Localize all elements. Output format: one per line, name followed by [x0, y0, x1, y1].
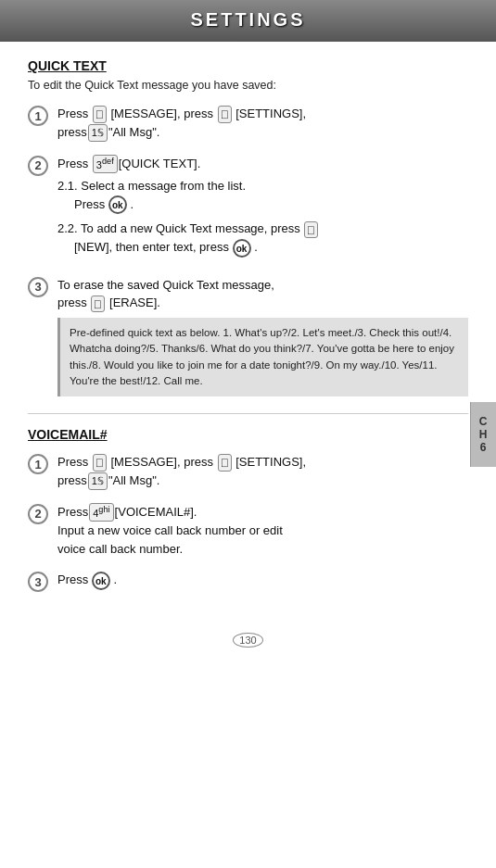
step-number-3: 3 [28, 277, 48, 297]
vm-step-1-content: Press ⎕ [MESSAGE], press ⎕ [SETTINGS], p… [57, 453, 468, 490]
page-title: SETTINGS [0, 9, 496, 31]
main-content: QUICK TEXT To edit the Quick Text messag… [0, 42, 496, 623]
quick-text-section: QUICK TEXT To edit the Quick Text messag… [28, 58, 468, 396]
page-number: 130 [233, 633, 262, 648]
chapter-6: 6 [480, 441, 488, 454]
sub-step-2-2: 2.2. To add a new Quick Text message, pr… [57, 220, 468, 257]
ok-btn-2-1: ok [108, 195, 127, 214]
quick-text-info-box: Pre-defined quick text as below. 1. What… [57, 318, 468, 396]
voicemail-step-3: 3 Press ok . [28, 571, 468, 592]
page-header: SETTINGS [0, 0, 496, 42]
voicemail-section: VOICEMAIL# 1 Press ⎕ [MESSAGE], press ⎕ … [28, 427, 468, 592]
chapter-h: H [479, 428, 489, 441]
voicemail-step-1: 1 Press ⎕ [MESSAGE], press ⎕ [SETTINGS],… [28, 453, 468, 490]
voicemail-step-2: 2 Press4ghi[VOICEMAIL#]. Input a new voi… [28, 503, 468, 559]
step-2-content: Press 3def[QUICK TEXT]. 2.1. Select a me… [57, 155, 468, 263]
quick-text-step-1: 1 Press ⎕ [MESSAGE], press ⎕ [SETTINGS],… [28, 105, 468, 142]
settings-key-1: ⎕ [218, 106, 232, 123]
erase-key: ⎕ [91, 296, 105, 313]
vm-step-number-3: 3 [28, 572, 48, 592]
quicktext-key: 3def [93, 155, 118, 173]
step-3-content: To erase the saved Quick Text message, p… [57, 276, 468, 396]
quick-text-step-3: 3 To erase the saved Quick Text message,… [28, 276, 468, 396]
step-number-1: 1 [28, 106, 48, 126]
vm-message-key: ⎕ [93, 454, 107, 472]
chapter-tab: C H 6 [470, 402, 496, 467]
quick-text-intro: To edit the Quick Text message you have … [28, 79, 468, 92]
vm-step-2-content: Press4ghi[VOICEMAIL#]. Input a new voice… [57, 503, 468, 559]
vm-settings-key: ⎕ [218, 454, 232, 472]
section-divider [28, 413, 468, 414]
step-2-substeps: 2.1. Select a message from the list. Pre… [57, 177, 468, 257]
quick-text-step-2: 2 Press 3def[QUICK TEXT]. 2.1. Select a … [28, 155, 468, 263]
vm-step-3-content: Press ok . [57, 571, 468, 590]
ok-btn-vm: ok [92, 572, 110, 590]
new-key: ⎕ [304, 221, 318, 239]
sub-step-2-1: 2.1. Select a message from the list. Pre… [57, 177, 468, 214]
step-number-2: 2 [28, 156, 48, 176]
allmsgs-key-1: 1𝕊 [88, 124, 108, 142]
chapter-c: C [479, 415, 489, 428]
ok-btn-2-2: ok [233, 239, 251, 258]
vm-step-number-2: 2 [28, 504, 48, 524]
vm-voicemail-key: 4ghi [89, 503, 113, 522]
step-2-2-new: [NEW], then enter text, press ok . [74, 240, 258, 254]
page-number-area: 130 [0, 623, 496, 653]
message-key-1: ⎕ [93, 106, 107, 123]
step-2-1-press: Press ok . [74, 197, 134, 211]
voicemail-title: VOICEMAIL# [28, 427, 468, 442]
vm-allmsgs-key: 1𝕊 [88, 472, 108, 490]
quick-text-title: QUICK TEXT [28, 58, 468, 73]
vm-step-number-1: 1 [28, 454, 48, 474]
step-1-content: Press ⎕ [MESSAGE], press ⎕ [SETTINGS], p… [57, 105, 468, 142]
